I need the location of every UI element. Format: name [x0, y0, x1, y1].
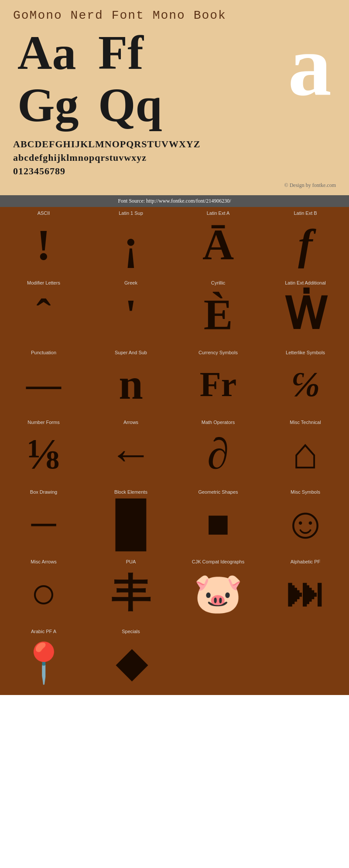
- grid-cell-latinextadd: Latin Ext Additional Ẇ: [262, 277, 349, 346]
- grid-cell-miscarrows: Misc Arrows ○: [0, 556, 87, 625]
- cell-label-greek: Greek: [124, 280, 137, 286]
- grid-row-3: Punctuation — Super And Sub n Currency S…: [0, 346, 349, 416]
- grid-cell-currency: Currency Symbols Fr: [174, 346, 262, 416]
- font-source: Font Source: http://www.fontke.com/font/…: [118, 198, 231, 204]
- grid-cell-misctech: Misc Technical ⌂: [262, 416, 349, 486]
- cell-label-latinexta: Latin Ext A: [207, 210, 230, 216]
- specimen-char-Ff: Ff: [94, 27, 174, 79]
- cell-label-supersub: Super And Sub: [115, 350, 147, 356]
- cell-glyph-numforms: ⅛: [27, 429, 60, 480]
- cell-glyph-latin1sup: ¡: [123, 220, 138, 271]
- specimen-char-Gg: Gg: [13, 79, 94, 131]
- design-credit: © Design by fontke.com: [13, 180, 336, 191]
- cell-label-ascii: ASCII: [38, 210, 50, 216]
- specimen-char-Qq: Qq: [94, 79, 174, 131]
- header-section: GoMono Nerd Font Mono Book Aa Ff Gg Qq a…: [0, 0, 349, 195]
- cell-glyph-geoshapes: ■: [206, 499, 230, 549]
- cell-glyph-alphapf: ⏭: [286, 569, 325, 619]
- cell-glyph-miscarrows: ○: [31, 569, 57, 619]
- grid-cell-greek: Greek ': [87, 277, 174, 346]
- cell-glyph-modifier: ˆ: [36, 290, 51, 340]
- cell-glyph-misctech: ⌂: [292, 429, 318, 480]
- grid-cell-mathops: Math Operators ∂: [174, 416, 262, 486]
- alphabet-section: ABCDEFGHIJKLMNOPQRSTUVWXYZ abcdefghijklm…: [13, 138, 336, 180]
- cell-glyph-arrows: ←: [109, 429, 153, 480]
- grid-cell-pua: PUA 丰: [87, 556, 174, 625]
- cell-glyph-blockelems: █: [116, 499, 147, 549]
- cell-glyph-specials: ◆: [116, 638, 146, 689]
- cell-glyph-cjk: 🐷: [194, 569, 243, 619]
- cell-label-miscsym: Misc Symbols: [291, 489, 320, 495]
- grid-cell-boxdraw: Box Drawing ─: [0, 486, 87, 556]
- cell-label-cjk: CJK Compat Ideographs: [192, 559, 244, 565]
- cell-label-blockelems: Block Elements: [114, 489, 147, 495]
- cell-label-boxdraw: Box Drawing: [30, 489, 57, 495]
- cell-label-cyrillic: Cyrillic: [211, 280, 225, 286]
- grid-cell-numforms: Number Forms ⅛: [0, 416, 87, 486]
- grid-cell-alphapf: Alphabetic PF ⏭: [262, 556, 349, 625]
- grid-cell-empty1: [174, 625, 262, 695]
- cell-label-latinextb: Latin Ext B: [294, 210, 317, 216]
- grid-cell-cyrillic: Cyrillic È: [174, 277, 262, 346]
- grid-section: ASCII ! Latin 1 Sup ¡ Latin Ext A Ā Lati…: [0, 207, 349, 695]
- cell-label-arabicpfa: Arabic PF A: [31, 629, 56, 634]
- cell-glyph-cyrillic: È: [204, 290, 233, 340]
- cell-label-punct: Punctuation: [31, 350, 56, 356]
- alphabet-upper: ABCDEFGHIJKLMNOPQRSTUVWXYZ: [13, 138, 336, 151]
- grid-cell-empty2: [262, 625, 349, 695]
- grid-cell-ascii: ASCII !: [0, 207, 87, 277]
- cell-label-currency: Currency Symbols: [198, 350, 238, 356]
- grid-cell-modifier: Modifier Letters ˆ: [0, 277, 87, 346]
- cell-label-misctech: Misc Technical: [290, 420, 321, 425]
- cell-label-letterlike: Letterlike Symbols: [286, 350, 325, 356]
- grid-row-4: Number Forms ⅛ Arrows ← Math Operators ∂…: [0, 416, 349, 486]
- cell-label-geoshapes: Geometric Shapes: [198, 489, 238, 495]
- grid-cell-latinexta: Latin Ext A Ā: [174, 207, 262, 277]
- cell-glyph-boxdraw: ─: [31, 499, 56, 549]
- info-bar: Font Source: http://www.fontke.com/font/…: [0, 195, 349, 207]
- grid-row-5: Box Drawing ─ Block Elements █ Geometric…: [0, 486, 349, 556]
- grid-cell-letterlike: Letterlike Symbols ℅: [262, 346, 349, 416]
- specimen-char-Aa: Aa: [13, 27, 94, 79]
- cell-label-latin1sup: Latin 1 Sup: [119, 210, 143, 216]
- alphabet-lower: abcdefghijklmnopqrstuvwxyz: [13, 151, 336, 165]
- cell-label-numforms: Number Forms: [27, 420, 59, 425]
- cell-glyph-supersub: n: [119, 359, 143, 410]
- grid-row-6: Misc Arrows ○ PUA 丰 CJK Compat Ideograph…: [0, 556, 349, 625]
- grid-row-1: ASCII ! Latin 1 Sup ¡ Latin Ext A Ā Lati…: [0, 207, 349, 277]
- cell-label-specials: Specials: [122, 629, 140, 634]
- grid-cell-blockelems: Block Elements █: [87, 486, 174, 556]
- grid-row-2: Modifier Letters ˆ Greek ' Cyrillic È La…: [0, 277, 349, 346]
- grid-cell-arabicpfa: Arabic PF A 📍: [0, 625, 87, 695]
- digits: 0123456789: [13, 165, 336, 178]
- grid-cell-arrows: Arrows ←: [87, 416, 174, 486]
- cell-glyph-latinexta: Ā: [202, 220, 234, 271]
- cell-glyph-ascii: !: [36, 220, 51, 271]
- cell-label-modifier: Modifier Letters: [27, 280, 60, 286]
- grid-cell-miscsym: Misc Symbols ☺: [262, 486, 349, 556]
- cell-glyph-miscsym: ☺: [283, 499, 328, 549]
- cell-glyph-latinextadd: Ẇ: [284, 290, 327, 340]
- cell-label-miscarrows: Misc Arrows: [31, 559, 56, 565]
- cell-label-alphapf: Alphabetic PF: [291, 559, 320, 565]
- grid-cell-latinextb: Latin Ext B f: [262, 207, 349, 277]
- cell-glyph-currency: Fr: [200, 359, 236, 410]
- cell-glyph-greek: ': [125, 290, 137, 340]
- grid-cell-specials: Specials ◆: [87, 625, 174, 695]
- cell-glyph-pua: 丰: [111, 569, 151, 619]
- specimen-char-a-large: a: [284, 27, 336, 131]
- cell-label-arrows: Arrows: [123, 420, 138, 425]
- cell-glyph-arabicpfa: 📍: [19, 638, 68, 689]
- grid-cell-cjk: CJK Compat Ideographs 🐷: [174, 556, 262, 625]
- cell-label-latinextadd: Latin Ext Additional: [285, 280, 326, 286]
- cell-glyph-latinextb: f: [298, 220, 312, 271]
- grid-row-7: Arabic PF A 📍 Specials ◆: [0, 625, 349, 695]
- font-title: GoMono Nerd Font Mono Book: [13, 9, 336, 22]
- grid-cell-supersub: Super And Sub n: [87, 346, 174, 416]
- grid-cell-geoshapes: Geometric Shapes ■: [174, 486, 262, 556]
- cell-glyph-punct: —: [26, 359, 61, 410]
- cell-glyph-letterlike: ℅: [291, 359, 320, 410]
- grid-cell-latin1sup: Latin 1 Sup ¡: [87, 207, 174, 277]
- cell-glyph-mathops: ∂: [207, 429, 229, 480]
- cell-label-mathops: Math Operators: [202, 420, 235, 425]
